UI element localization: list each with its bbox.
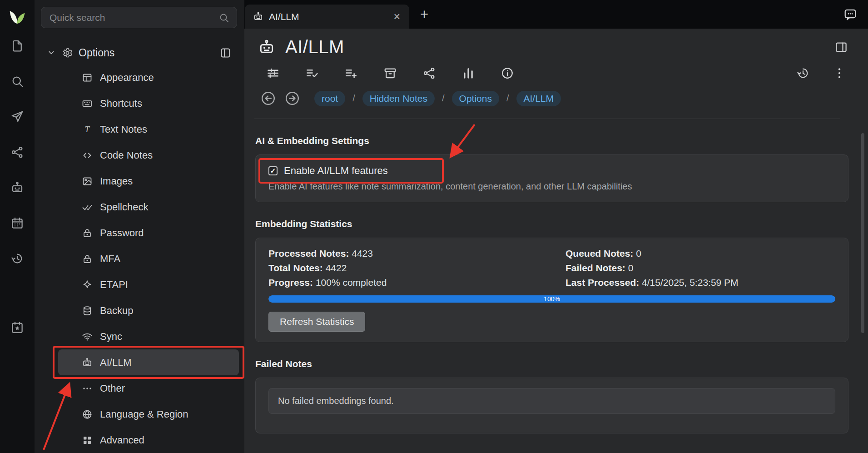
sidebar-item-label: Backup bbox=[100, 305, 133, 317]
ai-settings-card: Enable AI/LLM features Enable AI feature… bbox=[255, 154, 848, 202]
kebab-menu-icon[interactable] bbox=[833, 66, 846, 80]
stat-failed-notes: Failed Notes: 0 bbox=[565, 263, 835, 274]
embedding-stats-card: Processed Notes: 4423 Queued Notes: 0 To… bbox=[255, 238, 848, 342]
sidebar-item-label: Code Notes bbox=[100, 149, 153, 161]
layout-icon bbox=[82, 72, 93, 83]
breadcrumb-separator: / bbox=[442, 93, 445, 104]
enable-ai-checkbox[interactable] bbox=[268, 166, 278, 175]
app-window: Options Appearance Shortcuts T Text Note… bbox=[0, 0, 868, 453]
grid-icon bbox=[82, 435, 93, 446]
sidebar-item-label: Other bbox=[100, 383, 125, 394]
jump-to-note-icon[interactable] bbox=[10, 110, 24, 124]
note-tree: Options Appearance Shortcuts T Text Note… bbox=[35, 41, 244, 453]
note-content: AI/LLM bbox=[244, 29, 868, 453]
archive-icon[interactable] bbox=[383, 66, 397, 80]
right-pane-toggle-icon[interactable] bbox=[834, 40, 848, 54]
chat-icon[interactable] bbox=[843, 8, 857, 21]
sidebar-item-label: Password bbox=[100, 227, 144, 239]
search-icon[interactable] bbox=[218, 12, 229, 23]
sidebar-item-spellcheck[interactable]: Spellcheck bbox=[35, 194, 244, 220]
trilium-logo-icon[interactable] bbox=[7, 5, 27, 25]
sidebar-item-other[interactable]: Other bbox=[35, 375, 244, 401]
breadcrumb-item-root[interactable]: root bbox=[314, 91, 345, 106]
note-map-icon[interactable] bbox=[422, 66, 436, 80]
sidebar-item-etapi[interactable]: ETAPI bbox=[35, 272, 244, 298]
sidebar-item-label: Language & Region bbox=[100, 408, 188, 420]
stat-progress: Progress: 100% completed bbox=[268, 277, 565, 288]
tab-ai-llm[interactable]: AI/LLM × bbox=[245, 5, 409, 29]
sidebar-item-label: Spellcheck bbox=[100, 201, 148, 213]
panel-icon[interactable] bbox=[219, 47, 232, 59]
robot-icon bbox=[82, 357, 93, 368]
sidebar-item-label: Advanced bbox=[100, 434, 144, 446]
activity-bar bbox=[0, 0, 35, 453]
refresh-statistics-button[interactable]: Refresh Statistics bbox=[268, 312, 365, 332]
sliders-icon[interactable] bbox=[266, 66, 280, 80]
enable-ai-row: Enable AI/LLM features bbox=[268, 165, 835, 177]
sidebar-item-label: Images bbox=[100, 175, 133, 187]
code-icon bbox=[82, 150, 93, 161]
close-icon[interactable]: × bbox=[392, 11, 401, 22]
new-note-icon[interactable] bbox=[10, 39, 24, 53]
sidebar-item-appearance[interactable]: Appearance bbox=[35, 65, 244, 90]
stat-total-notes: Total Notes: 4422 bbox=[268, 263, 565, 274]
breadcrumb-item-options[interactable]: Options bbox=[452, 91, 499, 106]
progress-bar-label: 100% bbox=[268, 295, 835, 303]
calendar-icon[interactable] bbox=[10, 216, 24, 230]
tab-label: AI/LLM bbox=[269, 11, 387, 22]
bar-chart-icon[interactable] bbox=[461, 66, 475, 80]
sidebar-item-options[interactable]: Options bbox=[35, 41, 244, 65]
note-map-icon[interactable] bbox=[10, 145, 24, 159]
sidebar-item-code-notes[interactable]: Code Notes bbox=[35, 142, 244, 168]
text-icon: T bbox=[82, 124, 93, 135]
back-button[interactable] bbox=[260, 90, 277, 107]
enable-ai-description: Enable AI features like note summarizati… bbox=[268, 181, 835, 192]
recent-changes-icon[interactable] bbox=[10, 252, 24, 265]
sidebar-item-password[interactable]: Password bbox=[35, 220, 244, 246]
lock-icon bbox=[82, 254, 93, 264]
ai-chat-robot-icon[interactable] bbox=[10, 181, 24, 194]
section-heading-ai-settings: AI & Embedding Settings bbox=[255, 135, 848, 146]
search-icon[interactable] bbox=[10, 75, 24, 88]
new-tab-button[interactable]: + bbox=[420, 7, 428, 21]
globe-icon bbox=[82, 409, 93, 420]
list-plus-icon[interactable] bbox=[344, 66, 358, 80]
embedding-stats-grid: Processed Notes: 4423 Queued Notes: 0 To… bbox=[268, 248, 835, 288]
sidebar-item-shortcuts[interactable]: Shortcuts bbox=[35, 90, 244, 116]
database-icon bbox=[82, 305, 93, 316]
robot-icon bbox=[258, 39, 275, 56]
note-title[interactable]: AI/LLM bbox=[285, 37, 344, 57]
sparkle-icon bbox=[82, 279, 93, 290]
quick-search-input[interactable] bbox=[49, 12, 218, 24]
info-icon[interactable] bbox=[501, 66, 514, 80]
sidebar-item-backup[interactable]: Backup bbox=[35, 298, 244, 324]
sidebar-item-label: ETAPI bbox=[100, 279, 128, 291]
sidebar-item-text-notes[interactable]: T Text Notes bbox=[35, 116, 244, 142]
list-check-icon[interactable] bbox=[305, 66, 319, 80]
breadcrumb: root / Hidden Notes / Options / AI/LLM bbox=[244, 84, 868, 119]
sidebar-item-ai-llm[interactable]: AI/LLM bbox=[58, 349, 239, 375]
lock-icon bbox=[82, 228, 93, 239]
enable-ai-label[interactable]: Enable AI/LLM features bbox=[284, 165, 388, 177]
ribbon-toolbar bbox=[244, 57, 868, 84]
bookmarks-icon[interactable] bbox=[10, 321, 24, 334]
sidebar-item-mfa[interactable]: MFA bbox=[35, 246, 244, 272]
breadcrumb-item-hidden-notes[interactable]: Hidden Notes bbox=[362, 91, 435, 106]
forward-button[interactable] bbox=[284, 90, 301, 107]
sidebar-item-language-region[interactable]: Language & Region bbox=[35, 401, 244, 427]
sidebar-item-images[interactable]: Images bbox=[35, 168, 244, 194]
revisions-history-icon[interactable] bbox=[796, 66, 810, 80]
breadcrumb-item-ai-llm[interactable]: AI/LLM bbox=[516, 91, 561, 106]
sidebar-item-label: Appearance bbox=[100, 72, 154, 84]
stat-last-processed: Last Processed: 4/15/2025, 5:23:59 PM bbox=[565, 277, 835, 288]
svg-text:T: T bbox=[85, 124, 90, 134]
sidebar-item-advanced[interactable]: Advanced bbox=[35, 427, 244, 453]
sidebar-item-label: Sync bbox=[100, 331, 122, 343]
scrollbar-thumb[interactable] bbox=[861, 133, 864, 333]
sidebar-item-sync[interactable]: Sync bbox=[35, 324, 244, 349]
divider bbox=[254, 119, 840, 119]
stat-processed-notes: Processed Notes: 4423 bbox=[268, 248, 565, 259]
tab-bar: AI/LLM × + bbox=[244, 0, 868, 29]
chevron-down-icon[interactable] bbox=[46, 48, 56, 58]
sidebar-item-label: Shortcuts bbox=[100, 98, 142, 110]
